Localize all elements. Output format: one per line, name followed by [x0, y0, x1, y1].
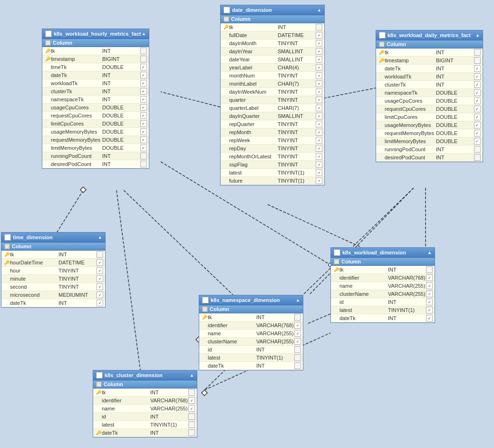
table-row[interactable]: secondTINYINT	[1, 283, 105, 291]
column-checkbox[interactable]	[140, 112, 147, 119]
table-row[interactable]: repWeekTINYINT	[221, 136, 324, 145]
table-row[interactable]: dateTkINT	[331, 314, 435, 322]
table-row[interactable]: 🔑hourDateTimeDATETIME	[1, 259, 105, 267]
sort-arrow-icon[interactable]: ▲	[190, 373, 194, 378]
column-checkbox[interactable]	[316, 105, 322, 111]
column-checkbox[interactable]	[474, 130, 481, 136]
table-row[interactable]: 🔑tkINT	[199, 313, 303, 321]
column-checkbox[interactable]	[316, 145, 322, 152]
table-row[interactable]: requestCpuCoresDOUBLE	[376, 105, 483, 113]
table-row[interactable]: repQuarterTINYINT	[221, 120, 324, 128]
table-row[interactable]: namespaceTkINT	[42, 96, 149, 104]
column-checkbox[interactable]	[474, 89, 481, 96]
table-row[interactable]: 🔑timestampBIGINT	[376, 57, 483, 65]
table-row[interactable]: repDayTINYINT	[221, 145, 324, 153]
table-row[interactable]: nameVARCHAR(255)	[331, 282, 435, 290]
column-checkbox[interactable]	[294, 330, 301, 337]
table-row[interactable]: dayInYearSMALLINT	[221, 48, 324, 56]
column-checkbox[interactable]	[97, 292, 103, 298]
table-row[interactable]: namespaceTkDOUBLE	[376, 89, 483, 97]
table-row[interactable]: limitMemoryBytesDOUBLE	[42, 144, 149, 152]
table-row[interactable]: requestMemoryBytesDOUBLE	[376, 129, 483, 137]
table-row[interactable]: latestTINYINT(1)	[93, 421, 197, 429]
column-checkbox[interactable]	[140, 64, 147, 70]
table-row[interactable]: clusterTkINT	[376, 81, 483, 89]
table-row[interactable]: dayInQuarterSMALLINT	[221, 112, 324, 120]
table-row[interactable]: clusterTkINT	[42, 88, 149, 96]
column-checkbox[interactable]	[140, 56, 147, 62]
table-row[interactable]: latestTINYINT(1)	[199, 354, 303, 362]
table-row[interactable]: limitCpuCoresDOUBLE	[42, 120, 149, 128]
table-title-date_dimension[interactable]: ▦date_dimension▲	[221, 5, 324, 15]
table-row[interactable]: minuteTINYINT	[1, 275, 105, 283]
table-row[interactable]: timeTkDOUBLE	[42, 63, 149, 71]
table-row[interactable]: identifierVARCHAR(768)	[331, 274, 435, 282]
table-row[interactable]: idINT	[199, 346, 303, 354]
sort-arrow-icon[interactable]: ▲	[317, 8, 321, 12]
table-row[interactable]: 🔑tkINT	[331, 266, 435, 274]
column-checkbox[interactable]	[474, 97, 481, 104]
table-row[interactable]: dateTkINT	[199, 362, 303, 370]
table-row[interactable]: 🔑tkINT	[42, 47, 149, 55]
column-checkbox[interactable]	[474, 114, 481, 120]
column-checkbox[interactable]	[140, 104, 147, 111]
column-checkbox[interactable]	[294, 346, 301, 353]
table-row[interactable]: repMonthOrLatestTINYINT	[221, 153, 324, 161]
column-checkbox[interactable]	[316, 113, 322, 119]
column-checkbox[interactable]	[474, 81, 481, 88]
column-checkbox[interactable]	[474, 106, 481, 112]
table-title-k8s_workload_hourly_metrics_fact[interactable]: ▦k8s_workload_hourly_metrics_fact▲	[42, 29, 149, 39]
table-row[interactable]: latestTINYINT(1)	[331, 306, 435, 314]
table-row[interactable]: 🔑tkINT	[93, 389, 197, 397]
column-checkbox[interactable]	[474, 65, 481, 72]
table-row[interactable]: dateTkINT	[1, 299, 105, 307]
table-row[interactable]: nameVARCHAR(255)	[93, 405, 197, 413]
column-checkbox[interactable]	[188, 405, 195, 412]
column-checkbox[interactable]	[474, 73, 481, 80]
column-checkbox[interactable]	[140, 161, 147, 167]
column-checkbox[interactable]	[316, 48, 322, 55]
table-row[interactable]: dayInMonthTINYINT	[221, 39, 324, 48]
column-checkbox[interactable]	[294, 338, 301, 345]
sort-arrow-icon[interactable]: ▲	[427, 250, 432, 255]
column-checkbox[interactable]	[316, 177, 322, 184]
table-row[interactable]: usageMemoryBytesDOUBLE	[42, 128, 149, 136]
column-checkbox[interactable]	[188, 389, 195, 396]
table-row[interactable]: identifierVARCHAR(768)	[93, 397, 197, 405]
table-row[interactable]: 🔑tkINT	[1, 251, 105, 259]
table-row[interactable]: yearLabelCHAR(4)	[221, 64, 324, 72]
column-checkbox[interactable]	[316, 88, 322, 95]
table-row[interactable]: quarterLabelCHAR(7)	[221, 104, 324, 112]
column-checkbox[interactable]	[426, 299, 433, 305]
table-row[interactable]: monthLabelCHAR(7)	[221, 80, 324, 88]
column-checkbox[interactable]	[97, 259, 103, 266]
table-row[interactable]: dateTkINT	[376, 65, 483, 73]
column-checkbox[interactable]	[474, 138, 481, 145]
column-checkbox[interactable]	[474, 146, 481, 153]
table-row[interactable]: quarterTINYINT	[221, 96, 324, 104]
table-row[interactable]: dateYearSMALLINT	[221, 56, 324, 64]
column-checkbox[interactable]	[316, 72, 322, 79]
column-checkbox[interactable]	[140, 153, 147, 159]
table-row[interactable]: 🔑tkINT	[376, 49, 483, 57]
column-checkbox[interactable]	[316, 32, 322, 39]
table-row[interactable]: requestCpuCoresDOUBLE	[42, 112, 149, 120]
table-row[interactable]: usageMemoryBytesDOUBLE	[376, 121, 483, 129]
column-checkbox[interactable]	[140, 72, 147, 78]
column-checkbox[interactable]	[188, 397, 195, 404]
column-checkbox[interactable]	[426, 266, 433, 273]
table-row[interactable]: limitMemoryBytesDOUBLE	[376, 137, 483, 146]
table-row[interactable]: microsecondMEDIUMINT	[1, 291, 105, 299]
column-checkbox[interactable]	[97, 300, 103, 306]
table-row[interactable]: 🔑tkINT	[221, 23, 324, 31]
column-checkbox[interactable]	[188, 421, 195, 428]
table-title-k8s_workload_dimension[interactable]: ▦k8s_workload_dimension▲	[331, 248, 435, 258]
table-row[interactable]: fullDateDATETIME	[221, 31, 324, 39]
column-checkbox[interactable]	[316, 97, 322, 103]
column-checkbox[interactable]	[294, 354, 301, 361]
table-row[interactable]: nameVARCHAR(255)	[199, 330, 303, 338]
column-checkbox[interactable]	[97, 275, 103, 282]
column-checkbox[interactable]	[316, 24, 322, 30]
column-checkbox[interactable]	[97, 267, 103, 274]
table-row[interactable]: clusterNameVARCHAR(255)	[331, 290, 435, 298]
